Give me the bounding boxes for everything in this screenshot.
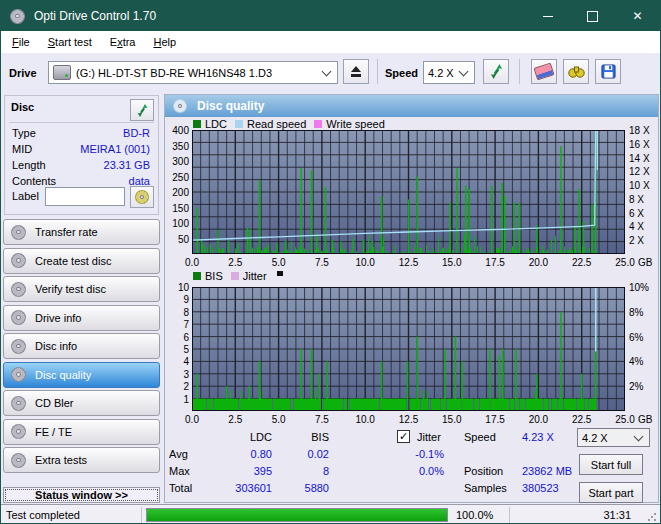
- y-axis-tick-left: 200: [165, 187, 189, 198]
- titlebar: Opti Drive Control 1.70 ✕: [1, 1, 660, 31]
- stats-value: 303601: [205, 482, 272, 494]
- legend-label: Jitter: [243, 270, 267, 282]
- x-axis-tick: 12.5: [399, 257, 418, 268]
- disc-field-value-type: BD-R: [123, 127, 150, 139]
- x-axis-unit-label: GB: [638, 257, 652, 268]
- ldc-chart-plot: [192, 130, 625, 254]
- panel-title: Disc quality: [197, 99, 264, 113]
- menu-item-file[interactable]: File: [3, 33, 39, 51]
- close-button[interactable]: ✕: [615, 1, 660, 31]
- stats-info-value-position: 23862 MB: [522, 465, 572, 477]
- disc-icon: [11, 282, 26, 297]
- stats-info-label-position: Position: [464, 465, 503, 477]
- disc-label-button[interactable]: [130, 186, 154, 208]
- top-chart-legend: LDCRead speedWrite speed: [193, 118, 393, 130]
- x-axis-tick: 7.5: [315, 414, 329, 425]
- legend-swatch: [193, 120, 201, 128]
- y-axis-tick-left: 6: [165, 331, 189, 342]
- y-axis-tick-right: 6 X: [629, 207, 644, 218]
- menu-item-extra[interactable]: Extra: [101, 33, 145, 51]
- stats-value: 8: [277, 465, 329, 477]
- y-axis-tick-left: 250: [165, 171, 189, 182]
- start-part-button[interactable]: Start part: [579, 482, 643, 503]
- status-window-button[interactable]: Status window >>: [3, 487, 160, 503]
- y-axis-tick-left: 350: [165, 140, 189, 151]
- sidebar-item-extra-tests[interactable]: Extra tests: [3, 447, 160, 473]
- disc-refresh-button[interactable]: [130, 99, 154, 121]
- stats-col-header-ldc: LDC: [205, 431, 272, 443]
- legend-swatch: [235, 120, 243, 128]
- x-axis-tick: 12.5: [399, 414, 418, 425]
- y-axis-tick-right: 4%: [629, 356, 643, 367]
- eject-button[interactable]: [343, 59, 369, 84]
- menu-item-start-test[interactable]: Start test: [39, 33, 101, 51]
- speed-select-value: 4.2 X: [428, 67, 454, 79]
- cd-icon: [135, 190, 149, 204]
- y-axis-tick-right: 2 X: [629, 235, 644, 246]
- x-axis-tick: 2.5: [228, 257, 242, 268]
- disc-info-panel: Disc TypeBD-RMIDMEIRA1 (001)Length23.31 …: [4, 95, 159, 215]
- sidebar-item-transfer-rate[interactable]: Transfer rate: [3, 219, 160, 245]
- menu-item-help[interactable]: Help: [144, 33, 185, 51]
- y-axis-tick-left: 10: [165, 282, 189, 293]
- disc-icon: [11, 225, 26, 240]
- y-axis-tick-right: 16 X: [629, 138, 650, 149]
- statusbar-separator: [509, 507, 510, 524]
- chevron-down-icon: [634, 431, 644, 441]
- sidebar-item-create-test-disc[interactable]: Create test disc: [3, 248, 160, 274]
- toolbar-separator: [519, 59, 520, 84]
- jitter-checkbox-label: Jitter: [417, 431, 441, 443]
- disc-field-value-mid: MEIRA1 (001): [80, 143, 150, 155]
- start-full-button[interactable]: Start full: [579, 454, 643, 475]
- legend-swatch: [314, 120, 322, 128]
- progress-percent: 100.0%: [456, 509, 493, 521]
- window-title: Opti Drive Control 1.70: [34, 9, 156, 23]
- speed-select[interactable]: 4.2 X: [423, 61, 475, 84]
- x-axis-tick: 20.0: [529, 414, 548, 425]
- x-axis-tick: 25.0: [615, 257, 634, 268]
- y-axis-tick-left: 9: [165, 294, 189, 305]
- legend-swatch: [231, 272, 239, 280]
- y-axis-tick-right: 10 X: [629, 180, 650, 191]
- disc-icon: [11, 253, 26, 268]
- drive-select[interactable]: (G:) HL-DT-ST BD-RE WH16NS48 1.D3: [48, 61, 338, 84]
- x-axis-tick: 25.0: [615, 414, 634, 425]
- y-axis-tick-left: 150: [165, 202, 189, 213]
- refresh-icon: [489, 64, 504, 79]
- x-axis-tick: 2.5: [228, 414, 242, 425]
- sidebar-item-disc-info[interactable]: Disc info: [3, 333, 160, 359]
- test-speed-select[interactable]: 4.2 X: [577, 428, 650, 447]
- refresh-button[interactable]: [483, 59, 509, 84]
- sidebar-item-cd-bler[interactable]: CD Bler: [3, 390, 160, 416]
- save-button[interactable]: [595, 59, 621, 84]
- disc-check-button[interactable]: [563, 59, 589, 84]
- legend-item-ldc: LDC: [193, 118, 227, 130]
- sidebar-item-verify-test-disc[interactable]: Verify test disc: [3, 276, 160, 302]
- erase-button[interactable]: [531, 59, 557, 84]
- stats-row-label: Total: [169, 482, 192, 494]
- sidebar-item-drive-info[interactable]: Drive info: [3, 305, 160, 331]
- eject-icon: [350, 66, 362, 77]
- jitter-checkbox[interactable]: ✓: [397, 430, 410, 443]
- sidebar-item-label: Disc info: [35, 340, 77, 352]
- minimize-button[interactable]: [525, 1, 570, 31]
- y-axis-tick-right: 2%: [629, 381, 643, 392]
- label-input[interactable]: [45, 187, 125, 206]
- resize-grip[interactable]: [647, 512, 657, 522]
- x-axis-tick: 0.0: [185, 257, 199, 268]
- chevron-down-icon: [459, 66, 469, 76]
- maximize-button[interactable]: [570, 1, 615, 31]
- menubar: FileStart testExtraHelp: [1, 31, 660, 53]
- x-axis-tick: 10.0: [355, 257, 374, 268]
- bottom-chart-legend: BISJitter: [193, 270, 283, 282]
- y-axis-tick-right: 14 X: [629, 152, 650, 163]
- legend-label: Write speed: [326, 118, 385, 130]
- sidebar-item-disc-quality[interactable]: Disc quality: [3, 362, 160, 388]
- sidebar-item-label: Disc quality: [35, 369, 91, 381]
- stats-value: 0.02: [277, 448, 329, 460]
- chevron-down-icon: [322, 66, 332, 76]
- toolbar: Drive (G:) HL-DT-ST BD-RE WH16NS48 1.D3 …: [1, 53, 660, 91]
- maximize-icon: [587, 11, 598, 22]
- sidebar-item-fe-te[interactable]: FE / TE: [3, 419, 160, 445]
- stats-info-label-speed: Speed: [464, 431, 496, 443]
